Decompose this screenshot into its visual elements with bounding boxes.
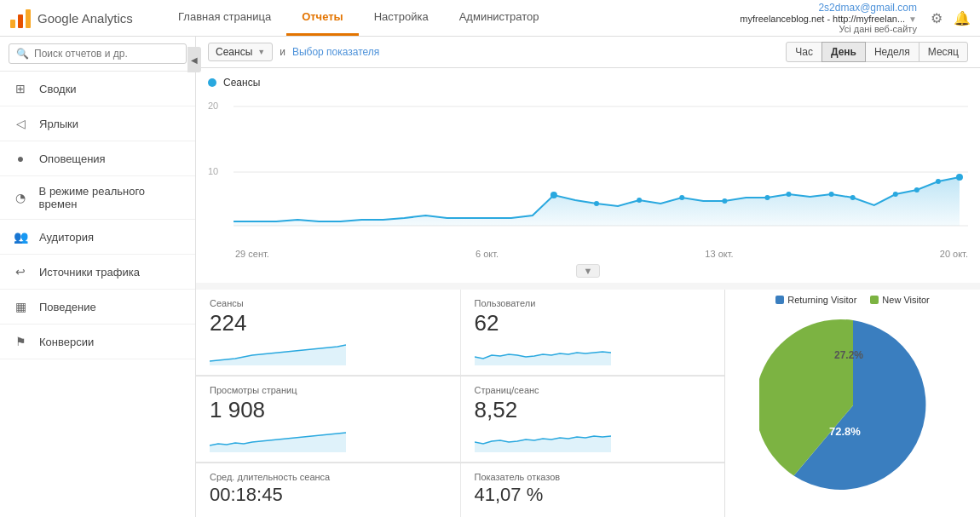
pie-label-new: New Visitor xyxy=(882,295,929,305)
stat-cell-sessions: Сеансы 224 xyxy=(196,290,461,376)
svg-point-15 xyxy=(829,192,834,197)
stat-cell-bounce: Показатель отказов 41,07 % xyxy=(461,463,725,517)
stat-value-bounce: 41,07 % xyxy=(475,484,712,506)
content-area: Сеансы ▼ и Выбор показателя Час День Нед… xyxy=(196,37,980,517)
flag-icon: ⚑ xyxy=(12,333,29,350)
sidebar: 🔍 ⊞ Сводки ◁ Ярлыки ● Оповещения ◔ В реж… xyxy=(0,37,196,517)
search-input[interactable] xyxy=(34,48,179,60)
stat-cell-users: Пользователи 62 xyxy=(461,290,725,376)
sidebar-item-yarlyki[interactable]: ◁ Ярлыки xyxy=(0,106,195,141)
time-btn-month[interactable]: Месяц xyxy=(919,42,968,62)
pie-label-returning: Returning Visitor xyxy=(787,295,856,305)
line-chart: 20 10 xyxy=(208,94,968,238)
mini-chart-pages-per-session xyxy=(475,427,712,455)
account-email[interactable]: 2s2dmax@gmail.com xyxy=(818,2,917,14)
sidebar-item-realtime[interactable]: ◔ В режиме реального времен xyxy=(0,176,195,220)
pie-pct-returning: 72.8% xyxy=(829,425,861,438)
metric-link[interactable]: Выбор показателя xyxy=(292,46,379,58)
sidebar-label-svodki: Сводки xyxy=(39,83,77,95)
sidebar-item-auditoriya[interactable]: 👥 Аудитория xyxy=(0,220,195,255)
svg-point-12 xyxy=(722,198,727,204)
sidebar-item-povedenie[interactable]: ▦ Поведение xyxy=(0,290,195,325)
svg-point-18 xyxy=(914,187,919,192)
content-toolbar: Сеансы ▼ и Выбор показателя Час День Нед… xyxy=(196,37,980,68)
notifications-icon[interactable]: 🔔 xyxy=(953,9,971,27)
group-icon: 👥 xyxy=(12,228,29,245)
svg-text:10: 10 xyxy=(208,166,218,176)
logo-area: Google Analytics xyxy=(9,6,163,30)
stat-label-pages-per-session: Страниц/сеанс xyxy=(475,385,712,395)
stat-label-bounce: Показатель отказов xyxy=(475,472,712,482)
stat-label-pageviews: Просмотры страниц xyxy=(210,385,447,395)
sidebar-toggle[interactable]: ◀ xyxy=(187,47,201,72)
mini-chart-users xyxy=(475,340,712,368)
svg-point-16 xyxy=(850,195,856,200)
sidebar-item-svodki[interactable]: ⊞ Сводки xyxy=(0,72,195,106)
nav-admin[interactable]: Администратор xyxy=(444,0,555,36)
svg-point-8 xyxy=(551,192,557,198)
stat-value-pageviews: 1 908 xyxy=(210,397,447,423)
stat-cell-pageviews: Просмотры страниц 1 908 xyxy=(196,376,461,462)
x-label-2: 6 окт. xyxy=(476,249,499,259)
stat-value-avg-duration: 00:18:45 xyxy=(210,484,447,506)
sidebar-item-konversii[interactable]: ⚑ Конверсии xyxy=(0,325,195,359)
svg-rect-0 xyxy=(10,20,15,28)
google-analytics-logo-icon xyxy=(9,6,32,30)
mini-chart-pageviews xyxy=(210,427,447,455)
header-actions: ⚙ 🔔 xyxy=(927,9,971,27)
all-data-label: Усі дані веб-сайту xyxy=(839,24,917,34)
stat-cell-avg-duration: Сред. длительность сеанса 00:18:45 xyxy=(196,463,461,517)
sidebar-label-opovescheniya: Оповещения xyxy=(39,152,106,165)
stat-cell-pages-per-session: Страниц/сеанс 8,52 xyxy=(461,376,725,462)
chart-expand-button[interactable]: ▼ xyxy=(576,264,601,278)
table-icon: ▦ xyxy=(12,298,29,315)
pie-chart: 72.8% 27.2% xyxy=(759,312,947,499)
sidebar-search-area: 🔍 xyxy=(0,37,195,72)
settings-icon[interactable]: ⚙ xyxy=(927,9,946,27)
chart-container: Сеансы 20 10 xyxy=(196,68,980,283)
nav-reports[interactable]: Отчеты xyxy=(286,0,359,36)
sidebar-item-opovescheniya[interactable]: ● Оповещения xyxy=(0,141,195,176)
metric-label: Сеансы xyxy=(216,46,252,58)
svg-point-10 xyxy=(637,198,642,203)
metric-selector[interactable]: Сеансы ▼ xyxy=(208,43,273,61)
svg-point-19 xyxy=(936,179,941,184)
nav-settings[interactable]: Настройка xyxy=(359,0,444,36)
stat-label-sessions: Сеансы xyxy=(210,298,447,308)
lower-content: Сеансы 224 Пользователи 62 xyxy=(196,290,980,517)
pie-legend-new: New Visitor xyxy=(870,295,929,305)
sidebar-label-povedenie: Поведение xyxy=(39,301,96,313)
sidebar-label-konversii: Конверсии xyxy=(39,336,94,348)
header: Google Analytics Главная страница Отчеты… xyxy=(0,0,980,37)
x-label-1: 29 сент. xyxy=(235,249,269,259)
site-selector: myfreelanceblog.net - http://myfreelan..… xyxy=(740,14,917,24)
time-btn-hour[interactable]: Час xyxy=(786,42,822,62)
chart-x-labels: 29 сент. 6 окт. 13 окт. 20 окт. xyxy=(208,247,968,262)
time-btn-week[interactable]: Неделя xyxy=(865,42,919,62)
pie-legend-returning: Returning Visitor xyxy=(775,295,856,305)
time-btn-day[interactable]: День xyxy=(821,42,866,62)
legend-label-sessions: Сеансы xyxy=(223,77,260,89)
stats-section: Сеансы 224 Пользователи 62 xyxy=(196,290,724,517)
nav-home[interactable]: Главная страница xyxy=(163,0,286,36)
svg-point-9 xyxy=(594,201,599,206)
chart-legend: Сеансы xyxy=(208,77,968,89)
stat-label-users: Пользователи xyxy=(475,298,712,308)
sidebar-item-trafik[interactable]: ↩ Источники трафика xyxy=(0,255,195,290)
pie-pct-new: 27.2% xyxy=(834,349,863,361)
site-dropdown-arrow[interactable]: ▼ xyxy=(908,14,917,24)
site-name: myfreelanceblog.net - http://myfreelan..… xyxy=(740,14,905,24)
stats-row-1: Сеансы 224 Пользователи 62 xyxy=(196,290,724,376)
sidebar-label-trafik: Источники трафика xyxy=(39,266,140,279)
pin-icon: ◁ xyxy=(12,115,29,132)
x-label-3: 13 окт. xyxy=(705,249,733,259)
svg-point-14 xyxy=(787,192,792,197)
x-label-4: 20 окт. xyxy=(940,249,968,259)
stat-value-pages-per-session: 8,52 xyxy=(475,397,712,423)
stat-value-users: 62 xyxy=(475,310,712,336)
svg-rect-2 xyxy=(26,9,31,28)
stats-row-3: Сред. длительность сеанса 00:18:45 Показ… xyxy=(196,463,724,517)
main-layout: 🔍 ⊞ Сводки ◁ Ярлыки ● Оповещения ◔ В реж… xyxy=(0,37,980,517)
sidebar-label-realtime: В режиме реального времен xyxy=(39,185,183,210)
header-account: 2s2dmax@gmail.com myfreelanceblog.net - … xyxy=(740,2,917,34)
